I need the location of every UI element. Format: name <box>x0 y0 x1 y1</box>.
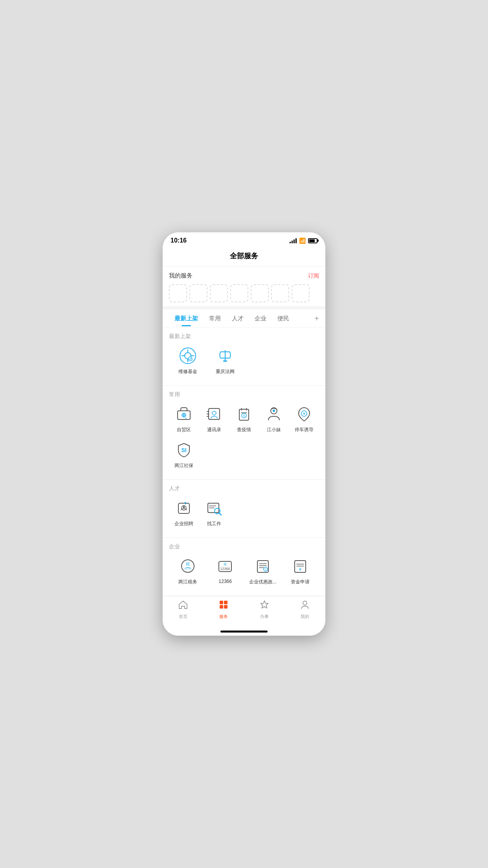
common-section-title: 常用 <box>169 391 319 398</box>
svg-text:税: 税 <box>224 563 227 566</box>
mine-icon <box>300 600 310 612</box>
jiangxiaomei-label: 江小妹 <box>267 427 281 433</box>
maintenance-fund-icon <box>178 346 198 366</box>
svg-text:SI: SI <box>182 447 187 453</box>
nav-item-tasks[interactable]: 办事 <box>244 600 285 620</box>
empty-slot-4 <box>230 284 248 302</box>
page-title: 全部服务 <box>230 252 258 260</box>
svg-point-27 <box>273 410 275 412</box>
common-section: 常用 <box>163 386 325 480</box>
epidemic-icon <box>234 404 254 424</box>
home-indicator <box>220 631 268 633</box>
nav-service-label: 服务 <box>219 614 228 620</box>
svg-rect-59 <box>224 601 227 604</box>
tasks-icon <box>259 600 270 612</box>
tab-civic[interactable]: 便民 <box>272 315 295 326</box>
nav-home-label: 首页 <box>179 614 187 620</box>
epidemic-label: 查疫情 <box>237 427 251 433</box>
status-time: 10:16 <box>171 237 187 244</box>
tax-12366-icon: 税 12366 <box>215 556 235 576</box>
service-item-tax[interactable]: 税 两江税务 <box>169 556 207 585</box>
nav-mine-label: 我的 <box>301 614 309 620</box>
tab-enterprise[interactable]: 企业 <box>249 315 272 326</box>
jiangxiaomei-icon <box>264 404 284 424</box>
phone-frame: 10:16 📶 全部服务 我的服务 订阅 <box>163 232 325 636</box>
job-search-icon <box>204 498 224 518</box>
svg-point-53 <box>265 570 266 570</box>
tab-talent[interactable]: 人才 <box>226 315 249 326</box>
enterprise-policy-label: 企业优惠政... <box>249 579 277 585</box>
service-item-chongqing-law[interactable]: 重庆法网 <box>207 346 244 375</box>
service-item-12366[interactable]: 税 12366 12366 <box>207 556 244 585</box>
nav-item-service[interactable]: 服务 <box>204 600 244 620</box>
service-item-social-security[interactable]: SI 两江社保 <box>169 440 199 469</box>
status-icons: 📶 <box>290 237 317 244</box>
empty-slot-5 <box>251 284 269 302</box>
service-icon <box>218 600 229 612</box>
talent-section: 人才 企业招聘 <box>163 480 325 538</box>
enterprise-section-title: 企业 <box>169 543 319 550</box>
tab-common[interactable]: 常用 <box>204 315 226 326</box>
newest-icons-row: 维修基金 重庆法网 <box>169 346 319 381</box>
fund-apply-label: 资金申请 <box>291 579 310 585</box>
nav-tasks-label: 办事 <box>260 614 269 620</box>
recruitment-icon <box>174 498 194 518</box>
social-security-label: 两江社保 <box>174 462 193 469</box>
parking-label: 停车诱导 <box>295 427 314 433</box>
subscribe-button[interactable]: 订阅 <box>308 272 319 280</box>
chongqing-law-icon <box>215 346 235 366</box>
svg-rect-60 <box>220 605 223 609</box>
free-trade-label: 自贸区 <box>177 427 191 433</box>
svg-line-24 <box>244 416 245 417</box>
svg-point-29 <box>303 413 305 414</box>
service-item-job-search[interactable]: 找工作 <box>199 498 229 527</box>
svg-rect-31 <box>178 503 189 513</box>
bottom-nav: 首页 服务 办事 <box>163 596 325 627</box>
category-tabs: 最新上架 常用 人才 企业 便民 + <box>163 309 325 327</box>
12366-label: 12366 <box>219 579 232 584</box>
service-item-epidemic[interactable]: 查疫情 <box>229 404 259 433</box>
svg-text:税: 税 <box>186 562 190 566</box>
service-item-enterprise-policy[interactable]: 企业优惠政... <box>244 556 282 585</box>
svg-text:12366: 12366 <box>220 567 230 571</box>
empty-slot-7 <box>292 284 310 302</box>
maintenance-fund-label: 维修基金 <box>178 368 197 375</box>
svg-line-15 <box>185 418 186 419</box>
main-content[interactable]: 我的服务 订阅 最新上架 常用 人才 企业 便民 + <box>163 267 325 596</box>
tab-add-button[interactable]: + <box>314 314 319 327</box>
chongqing-law-label: 重庆法网 <box>216 368 235 375</box>
service-item-free-trade[interactable]: 自贸区 <box>169 404 199 433</box>
service-item-contacts[interactable]: 通讯录 <box>199 404 229 433</box>
svg-point-33 <box>183 506 185 508</box>
svg-text:¥: ¥ <box>299 567 302 572</box>
empty-slot-3 <box>210 284 228 302</box>
svg-point-62 <box>303 601 307 605</box>
social-security-icon: SI <box>174 440 194 460</box>
svg-rect-16 <box>209 408 220 419</box>
service-item-maintenance-fund[interactable]: 维修基金 <box>169 346 207 375</box>
empty-slot-1 <box>169 284 187 302</box>
wifi-icon: 📶 <box>299 237 306 244</box>
contacts-label: 通讯录 <box>207 427 221 433</box>
my-services-label: 我的服务 <box>169 272 193 280</box>
recruitment-label: 企业招聘 <box>174 520 193 527</box>
empty-slot-2 <box>189 284 207 302</box>
job-search-label: 找工作 <box>207 520 221 527</box>
nav-item-home[interactable]: 首页 <box>163 600 204 620</box>
free-trade-icon <box>174 404 194 424</box>
service-item-fund-apply[interactable]: ¥ 资金申请 <box>282 556 319 585</box>
svg-line-40 <box>219 513 221 515</box>
talent-icons-grid: 企业招聘 找工作 <box>169 498 319 533</box>
service-item-recruitment[interactable]: 企业招聘 <box>169 498 199 527</box>
svg-rect-10 <box>223 360 227 362</box>
fund-apply-icon: ¥ <box>290 556 310 576</box>
service-item-parking[interactable]: 停车诱导 <box>289 404 319 433</box>
my-services-empty-slots <box>169 284 319 302</box>
nav-item-mine[interactable]: 我的 <box>285 600 326 620</box>
service-item-jiangxiaomei[interactable]: 江小妹 <box>259 404 289 433</box>
tab-newest[interactable]: 最新上架 <box>169 315 204 326</box>
empty-slot-6 <box>271 284 289 302</box>
newest-section-title: 最新上架 <box>169 333 319 340</box>
enterprise-section: 企业 税 两江税务 <box>163 538 325 596</box>
enterprise-policy-icon <box>253 556 273 576</box>
